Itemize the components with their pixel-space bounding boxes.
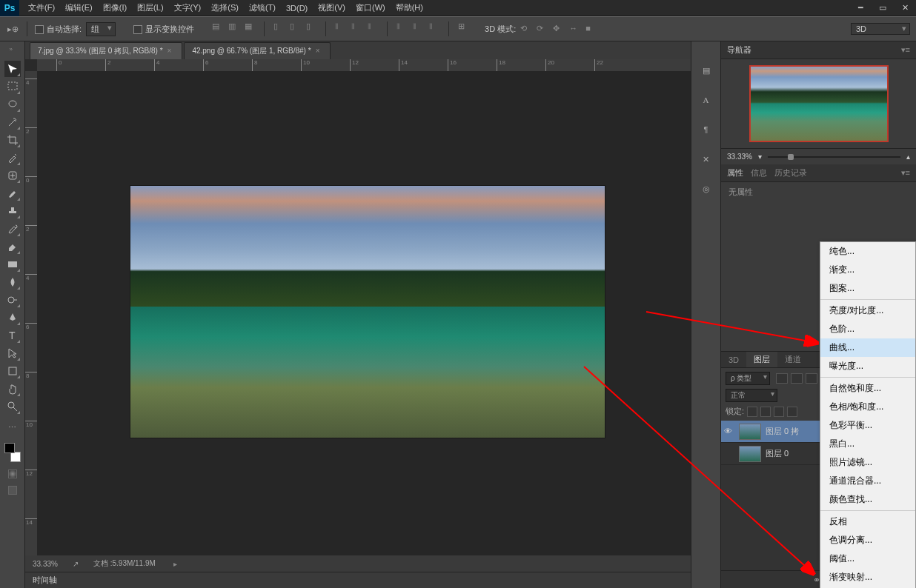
cm-curves[interactable]: 曲线... bbox=[820, 338, 915, 357]
history-brush-tool[interactable] bbox=[4, 221, 21, 237]
canvas-image[interactable] bbox=[130, 186, 605, 438]
tab-info[interactable]: 信息 bbox=[751, 167, 767, 178]
move-tool[interactable] bbox=[4, 61, 21, 77]
tab-history[interactable]: 历史记录 bbox=[774, 167, 807, 178]
menu-help[interactable]: 帮助(H) bbox=[391, 1, 428, 15]
panel-menu-icon[interactable]: ▾≡ bbox=[901, 45, 910, 55]
cm-invert[interactable]: 反相 bbox=[820, 512, 915, 531]
tab-3d[interactable]: 3D bbox=[721, 353, 746, 367]
character-icon[interactable]: A bbox=[698, 92, 714, 108]
type-tool[interactable]: T bbox=[4, 327, 21, 344]
cm-solid-color[interactable]: 纯色... bbox=[820, 242, 915, 261]
cm-photo-filter[interactable]: 照片滤镜... bbox=[820, 453, 915, 472]
filter-pixel-icon[interactable] bbox=[776, 373, 788, 384]
auto-align-icon[interactable]: ⊞ bbox=[458, 21, 468, 32]
roll-icon[interactable]: ⟳ bbox=[537, 24, 547, 34]
distribute-space-v-icon[interactable]: ⫴ bbox=[413, 21, 423, 32]
nav-zoom-label[interactable]: 33.33% bbox=[727, 153, 752, 161]
stamp-tool[interactable] bbox=[4, 203, 21, 219]
layer-name[interactable]: 图层 0 bbox=[766, 448, 789, 459]
close-icon[interactable]: × bbox=[316, 47, 320, 55]
paragraph-icon[interactable]: ¶ bbox=[698, 121, 714, 138]
cm-hue[interactable]: 色相/饱和度... bbox=[820, 398, 915, 416]
menu-edit[interactable]: 编辑(E) bbox=[61, 1, 97, 15]
menu-3d[interactable]: 3D(D) bbox=[282, 2, 312, 14]
export-icon[interactable]: ↗ bbox=[73, 560, 79, 568]
lock-pos-icon[interactable] bbox=[774, 407, 784, 417]
screenmode-icon[interactable] bbox=[8, 486, 17, 495]
menu-layer[interactable]: 图层(L) bbox=[133, 1, 167, 15]
align-center-icon[interactable]: ▯ bbox=[290, 21, 300, 32]
filter-type-icon[interactable] bbox=[806, 373, 817, 384]
distribute-v-icon[interactable]: ⫴ bbox=[351, 21, 362, 32]
edit-toolbar-icon[interactable]: ⋯ bbox=[4, 419, 21, 435]
hand-tool[interactable] bbox=[4, 381, 21, 397]
lock-all-icon[interactable] bbox=[787, 407, 797, 417]
cm-color-balance[interactable]: 色彩平衡... bbox=[820, 416, 915, 435]
blend-mode-dropdown[interactable]: 正常 bbox=[726, 389, 777, 402]
tab-properties[interactable]: 属性 bbox=[727, 167, 743, 178]
menu-file[interactable]: 文件(F) bbox=[24, 1, 59, 15]
distribute-h-icon[interactable]: ⫴ bbox=[335, 21, 345, 32]
cm-channel-mixer[interactable]: 通道混合器... bbox=[820, 472, 915, 490]
gradient-tool[interactable] bbox=[4, 256, 21, 273]
close-button[interactable]: ✕ bbox=[894, 1, 916, 15]
chevron-right-icon[interactable]: ▸ bbox=[173, 560, 177, 568]
align-right-icon[interactable]: ▯ bbox=[306, 21, 316, 32]
auto-select-dropdown[interactable]: 组 bbox=[86, 22, 116, 36]
quickmask-icon[interactable] bbox=[8, 470, 17, 478]
dodge-tool[interactable] bbox=[4, 292, 21, 308]
bg-color-swatch[interactable] bbox=[10, 452, 21, 462]
cm-threshold[interactable]: 阈值... bbox=[820, 549, 915, 568]
zoom3d-icon[interactable]: ■ bbox=[585, 24, 596, 34]
pen-tool[interactable] bbox=[4, 310, 21, 326]
auto-select-check[interactable]: 自动选择: bbox=[35, 24, 82, 35]
workspace-dropdown[interactable]: 3D bbox=[851, 23, 910, 35]
menu-window[interactable]: 窗口(W) bbox=[351, 1, 390, 15]
align-left-icon[interactable]: ▯ bbox=[273, 21, 284, 32]
zoom-in-icon[interactable]: ▴ bbox=[906, 153, 910, 161]
eyedropper-tool[interactable] bbox=[4, 150, 21, 166]
navigator-thumb[interactable] bbox=[721, 59, 916, 148]
close-icon[interactable]: × bbox=[167, 47, 172, 55]
distribute-icon[interactable]: ⫴ bbox=[368, 21, 378, 32]
align-top-icon[interactable]: ▤ bbox=[212, 21, 222, 32]
shape-tool[interactable] bbox=[4, 363, 21, 379]
ruler-vertical[interactable]: 4 2 0 2 4 6 8 10 12 14 bbox=[25, 71, 37, 555]
layer-thumb[interactable] bbox=[739, 424, 761, 440]
nav-zoom-slider[interactable] bbox=[768, 156, 900, 158]
lock-paint-icon[interactable] bbox=[760, 407, 771, 417]
align-mid-icon[interactable]: ▥ bbox=[228, 21, 239, 32]
ruler-horizontal[interactable]: 0 2 4 6 8 10 12 14 16 18 20 22 bbox=[37, 59, 691, 71]
menu-type[interactable]: 文字(Y) bbox=[170, 1, 206, 15]
canvas[interactable] bbox=[37, 71, 691, 555]
orbit-icon[interactable]: ⟲ bbox=[520, 24, 531, 34]
cm-gradient[interactable]: 渐变... bbox=[820, 261, 915, 279]
layer-name[interactable]: 图层 0 拷 bbox=[766, 426, 799, 437]
tab-layers[interactable]: 图层 bbox=[746, 352, 777, 367]
tools-preset-icon[interactable]: ✕ bbox=[698, 151, 714, 167]
zoom-tool[interactable] bbox=[4, 398, 21, 415]
cm-brightness[interactable]: 亮度/对比度... bbox=[820, 301, 915, 320]
cc-icon[interactable]: ◎ bbox=[698, 181, 714, 197]
align-bottom-icon[interactable]: ▦ bbox=[245, 21, 255, 32]
panel-menu-icon[interactable]: ▾≡ bbox=[901, 168, 910, 178]
cm-color-lookup[interactable]: 颜色查找... bbox=[820, 490, 915, 509]
path-select-tool[interactable] bbox=[4, 345, 21, 361]
menu-image[interactable]: 图像(I) bbox=[99, 1, 131, 15]
menu-select[interactable]: 选择(S) bbox=[207, 1, 243, 15]
lock-trans-icon[interactable] bbox=[747, 407, 757, 417]
fg-color-swatch[interactable] bbox=[4, 443, 15, 453]
cm-pattern[interactable]: 图案... bbox=[820, 279, 915, 298]
cm-bw[interactable]: 黑白... bbox=[820, 435, 915, 453]
timeline-panel[interactable]: 时间轴 bbox=[25, 572, 691, 588]
layer-thumb[interactable] bbox=[739, 446, 761, 462]
doc-size[interactable]: 文档 :5.93M/11.9M bbox=[93, 558, 156, 569]
show-transform-check[interactable]: 显示变换控件 bbox=[133, 24, 194, 35]
slide-icon[interactable]: ↔ bbox=[569, 24, 580, 34]
distribute-space-h-icon[interactable]: ⫴ bbox=[396, 21, 407, 32]
tab-channels[interactable]: 通道 bbox=[777, 352, 809, 367]
healing-tool[interactable] bbox=[4, 167, 21, 184]
menu-view[interactable]: 视图(V) bbox=[313, 1, 350, 15]
magic-wand-tool[interactable] bbox=[4, 114, 21, 130]
